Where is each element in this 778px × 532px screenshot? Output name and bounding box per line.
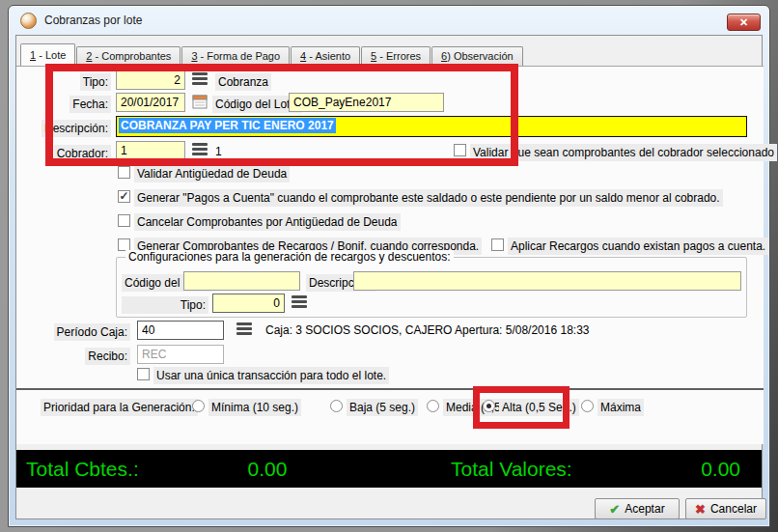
- validar-cobrador-label[interactable]: Validar que sean comprobantes del cobrad…: [470, 144, 777, 161]
- tab-errores[interactable]: 5 - Errores: [361, 46, 431, 66]
- recibo-label: Recibo:: [85, 348, 130, 365]
- total-valores-value: 0.00: [701, 450, 740, 488]
- prioridad-label: Prioridad para la Generación:: [41, 399, 198, 416]
- generar-pagos-label[interactable]: Generar "Pagos a Cuenta" cuando el compr…: [134, 189, 723, 207]
- selected-text: COBRANZA PAY PER TIC ENERO 2017: [119, 118, 336, 133]
- grupo-tipo-lookup-icon[interactable]: [292, 295, 307, 308]
- fecha-label: Fecha:: [69, 96, 111, 113]
- title-bar: Cobranzas por lote ✕: [9, 6, 769, 35]
- accept-check-icon: ✔: [609, 502, 620, 517]
- cobrador-input[interactable]: 1: [116, 141, 185, 160]
- dialog-window: Cobranzas por lote ✕ 1 - Lote 2 - Compro…: [8, 5, 770, 527]
- grupo-descripcion-input[interactable]: [353, 271, 741, 291]
- tipo-lookup-icon[interactable]: [192, 72, 208, 85]
- calendar-icon[interactable]: [192, 94, 208, 109]
- dialog-client-area: 1 - Lote 2 - Comprobantes 3 - Forma de P…: [15, 35, 763, 519]
- close-button[interactable]: ✕: [727, 14, 761, 31]
- validar-antiguedad-label[interactable]: Validar Antigüedad de Deuda: [134, 165, 290, 182]
- prioridad-baja-label[interactable]: Baja (5 seg.): [347, 399, 418, 416]
- totals-bar: Total Cbtes.: 0.00 Total Valores: 0.00: [16, 450, 762, 488]
- tipo-input[interactable]: 2: [116, 70, 185, 90]
- validar-cobrador-checkbox[interactable]: ✓: [454, 144, 466, 156]
- descripcion-label: Descripción:: [42, 120, 111, 137]
- validar-antiguedad-checkbox[interactable]: ✓: [118, 166, 130, 179]
- cancelar-button[interactable]: ✖ Cancelar: [685, 498, 766, 519]
- prioridad-media-radio[interactable]: [427, 400, 439, 412]
- tab-observacion[interactable]: 6) Observación: [431, 46, 523, 66]
- cancelar-comprobantes-checkbox[interactable]: ✓: [118, 214, 130, 227]
- aplicar-recargos-label[interactable]: Aplicar Recargos cuando existan pagos a …: [508, 238, 768, 255]
- prioridad-minima-label[interactable]: Mínima (10 seg.): [208, 399, 301, 416]
- grupo-tipo-label: Tipo:: [122, 296, 208, 314]
- close-icon: ✕: [739, 16, 748, 29]
- unica-transaccion-label[interactable]: Usar una única transacción para todo el …: [153, 367, 389, 384]
- tab-strip: 1 - Lote 2 - Comprobantes 3 - Forma de P…: [20, 43, 524, 66]
- prioridad-baja-radio[interactable]: [330, 400, 343, 412]
- prioridad-maxima-label[interactable]: Máxima: [597, 399, 644, 416]
- grupo-codigo-lote-input[interactable]: [183, 271, 300, 291]
- aplicar-recargos-checkbox[interactable]: ✓: [491, 238, 504, 251]
- fecha-input[interactable]: 20/01/2017: [116, 93, 185, 112]
- prioridad-alta-label[interactable]: Alta (0,5 Seg.): [499, 399, 579, 416]
- total-valores-label: Total Valores:: [451, 450, 572, 488]
- recargos-config-group: Configuraciones para la generación de re…: [116, 257, 747, 318]
- tab-comprobantes[interactable]: 2 - Comprobantes: [76, 46, 181, 66]
- cobrador-label: Cobrador:: [54, 145, 111, 162]
- recargos-config-title: Configuraciones para la generación de re…: [125, 250, 454, 264]
- tab-page-lote: Tipo: 2 Cobranza Fecha: 20/01/2017 Códig…: [16, 66, 764, 444]
- periodo-caja-lookup-icon[interactable]: [236, 322, 252, 335]
- tab-lote[interactable]: 1 - Lote: [20, 43, 75, 66]
- tipo-description: Cobranza: [215, 73, 271, 91]
- prioridad-minima-radio[interactable]: [192, 400, 205, 412]
- separator-line: [16, 388, 764, 390]
- codigo-lote-input[interactable]: COB_PayEne2017: [289, 93, 444, 112]
- window-title: Cobranzas por lote: [44, 14, 142, 27]
- periodo-caja-input[interactable]: 40: [137, 321, 224, 340]
- cobrador-lookup-icon[interactable]: [192, 143, 208, 155]
- periodo-caja-label: Período Caja:: [54, 323, 130, 341]
- descripcion-input[interactable]: COBRANZA PAY PER TIC ENERO 2017: [116, 116, 747, 137]
- caja-info: Caja: 3 SOCIOS SOCIOS, CAJERO Apertura: …: [265, 323, 590, 337]
- aceptar-button[interactable]: ✔ Aceptar: [595, 498, 680, 519]
- unica-transaccion-checkbox[interactable]: ✓: [137, 368, 150, 380]
- app-icon: [20, 13, 37, 29]
- cancel-x-icon: ✖: [695, 502, 706, 517]
- tipo-label: Tipo:: [80, 73, 111, 91]
- total-cbtes-label: Total Cbtes.:: [26, 450, 139, 488]
- cancelar-comprobantes-label[interactable]: Cancelar Comprobantes por Antigüedad de …: [134, 213, 401, 231]
- prioridad-maxima-radio[interactable]: [581, 400, 594, 412]
- tab-asiento[interactable]: 4 - Asiento: [291, 46, 360, 66]
- tab-forma-de-pago[interactable]: 3 - Forma de Pago: [181, 46, 290, 66]
- prioridad-alta-radio[interactable]: [483, 400, 495, 412]
- total-cbtes-value: 0.00: [209, 450, 325, 488]
- generar-pagos-checkbox[interactable]: ✓: [118, 190, 130, 203]
- recibo-input[interactable]: REC: [137, 345, 224, 364]
- grupo-tipo-input[interactable]: 0: [212, 294, 285, 313]
- cobrador-description: 1: [215, 145, 222, 158]
